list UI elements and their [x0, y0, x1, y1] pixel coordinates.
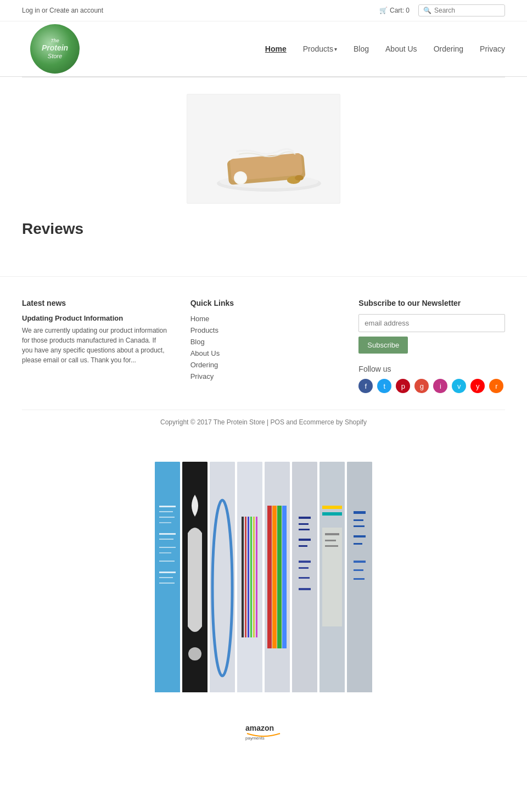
svg-rect-26 [242, 517, 244, 637]
footer-latest-news: Latest news Updating Product Information… [22, 299, 169, 393]
svg-rect-62 [354, 578, 365, 580]
pinterest-icon[interactable]: p [396, 379, 410, 393]
nav-ordering[interactable]: Ordering [434, 44, 463, 53]
reviews-section: Reviews [22, 220, 505, 238]
copyright: Copyright © 2017 The Protein Store | POS… [22, 410, 505, 434]
svg-rect-61 [354, 569, 363, 571]
svg-rect-31 [256, 517, 257, 637]
svg-rect-54 [347, 462, 372, 692]
book-spine-6 [292, 462, 317, 692]
instagram-icon[interactable]: i [433, 379, 447, 393]
svg-rect-30 [253, 517, 255, 637]
book-spine-8 [347, 462, 372, 692]
svg-rect-43 [299, 561, 311, 563]
book-spine-1 [155, 462, 180, 692]
nav-privacy[interactable]: Privacy [480, 44, 505, 53]
svg-rect-46 [299, 588, 311, 590]
svg-rect-55 [354, 511, 366, 514]
product-image-box [187, 94, 340, 204]
quick-link-item: Products [190, 326, 337, 334]
amazon-badge[interactable]: amazon payments [244, 720, 283, 742]
svg-rect-16 [159, 552, 171, 553]
svg-rect-36 [282, 506, 287, 648]
follow-us-heading: Follow us [358, 365, 505, 373]
svg-rect-28 [248, 517, 249, 637]
facebook-icon[interactable]: f [358, 379, 373, 393]
newsletter-email-input[interactable] [358, 314, 505, 332]
newsletter-heading: Subscribe to our Newsletter [358, 299, 505, 307]
quick-links-list: Home Products Blog About Us Ordering Pri… [190, 314, 337, 380]
quick-link-item: Ordering [190, 360, 337, 369]
google-plus-icon[interactable]: g [414, 379, 429, 393]
svg-rect-20 [159, 583, 175, 584]
svg-rect-44 [299, 567, 309, 569]
product-image-area [22, 94, 505, 204]
nav-home[interactable]: Home [265, 44, 287, 53]
quick-link-products[interactable]: Products [190, 326, 218, 334]
footer-quick-links: Quick Links Home Products Blog About Us … [190, 299, 337, 393]
svg-rect-10 [159, 511, 173, 512]
social-icons: f t p g i v y r [358, 379, 505, 393]
book-spine-7 [319, 462, 345, 692]
book-spine-5 [265, 462, 290, 692]
svg-rect-12 [159, 522, 171, 523]
svg-rect-15 [159, 547, 176, 548]
svg-rect-39 [299, 523, 309, 525]
products-dropdown-arrow[interactable]: ▾ [334, 46, 337, 52]
svg-rect-38 [299, 517, 311, 519]
twitter-icon[interactable]: t [377, 379, 391, 393]
quick-links-heading: Quick Links [190, 299, 337, 307]
svg-rect-11 [159, 517, 175, 518]
amazon-logo-svg: amazon payments [244, 720, 283, 742]
news-article-title[interactable]: Updating Product Information [22, 314, 169, 322]
subscribe-button[interactable]: Subscribe [358, 337, 408, 354]
create-account-link[interactable]: Create an account [49, 7, 103, 14]
svg-rect-18 [159, 572, 176, 573]
footer-newsletter-follow: Subscribe to our Newsletter Subscribe Fo… [358, 299, 505, 393]
svg-rect-35 [277, 506, 282, 648]
nav-about[interactable]: About Us [385, 44, 417, 53]
rss-icon[interactable]: r [489, 379, 503, 393]
quick-link-blog[interactable]: Blog [190, 338, 205, 346]
book-spine-4 [237, 462, 262, 692]
quick-link-about[interactable]: About Us [190, 349, 220, 357]
svg-point-22 [188, 647, 201, 660]
book-spines-section [0, 445, 527, 709]
svg-rect-59 [354, 543, 362, 545]
cart-count: Cart: 0 [390, 7, 410, 14]
nav-products[interactable]: Products [303, 44, 333, 53]
quick-link-privacy[interactable]: Privacy [190, 372, 214, 380]
svg-rect-45 [299, 577, 310, 579]
quick-link-home[interactable]: Home [190, 315, 210, 323]
news-article-body: We are currently updating our product in… [22, 326, 169, 365]
svg-rect-40 [299, 529, 310, 530]
site-header: The Protein Store Home Products ▾ Blog A… [0, 21, 527, 77]
quick-link-ordering[interactable]: Ordering [190, 361, 218, 369]
svg-rect-14 [159, 539, 173, 540]
latest-news-heading: Latest news [22, 299, 169, 307]
svg-rect-60 [354, 561, 366, 563]
logo[interactable]: The Protein Store [22, 27, 88, 71]
search-input[interactable] [434, 7, 500, 14]
svg-rect-33 [267, 506, 272, 648]
svg-point-7 [295, 175, 304, 181]
svg-rect-34 [272, 506, 277, 648]
nav-blog[interactable]: Blog [354, 44, 369, 53]
quick-link-item: Home [190, 314, 337, 323]
svg-rect-17 [159, 561, 175, 562]
youtube-icon[interactable]: y [470, 379, 485, 393]
svg-rect-58 [354, 535, 366, 537]
amazon-section: amazon payments [0, 709, 527, 764]
svg-rect-41 [299, 539, 311, 541]
svg-rect-29 [250, 517, 252, 637]
search-wrap[interactable]: 🔍 [418, 4, 505, 16]
login-link[interactable]: Log in [22, 7, 40, 14]
svg-rect-9 [159, 506, 176, 507]
book-spine-3 [210, 462, 235, 692]
vimeo-icon[interactable]: v [452, 379, 466, 393]
cart-wrap[interactable]: 🛒 Cart: 0 [379, 7, 410, 14]
product-food-image [198, 102, 329, 195]
reviews-heading: Reviews [22, 220, 505, 238]
quick-link-item: About Us [190, 349, 337, 357]
svg-rect-25 [237, 462, 262, 692]
